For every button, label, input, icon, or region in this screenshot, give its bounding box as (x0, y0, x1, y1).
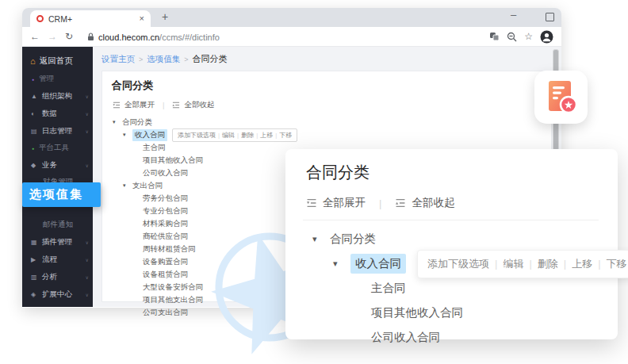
tree-node-label: 主合同 (143, 143, 166, 153)
url-path: /ccms/#/dictinfo (159, 33, 220, 42)
sidebar-item-option-value-set[interactable]: 选项值集 (22, 182, 101, 207)
sidebar-item-label: 流程 (42, 255, 57, 265)
sidebar-item-workflow[interactable]: ▶流程∨ (22, 251, 93, 268)
collapse-all-icon (395, 198, 406, 208)
breadcrumb-link[interactable]: 选项值集 (147, 54, 180, 65)
tree-node-label: 劳务分包合同 (143, 193, 188, 204)
minimize-button[interactable]: – (511, 9, 516, 21)
action-move-up[interactable]: 上移 (572, 257, 592, 271)
tree-node-contract-category[interactable]: ▾合同分类 (113, 116, 551, 128)
option-set-badge (534, 71, 588, 124)
tree-node-label: 项目其他支出合同 (143, 295, 203, 305)
tree-node-contract-category[interactable]: ▾合同分类 (306, 227, 618, 251)
action-delete[interactable]: 删除 (538, 257, 558, 271)
tab-groups-icon[interactable] (489, 32, 500, 41)
action-add-sub-option[interactable]: 添加下级选项 (427, 257, 489, 271)
breadcrumb-separator: > (139, 56, 143, 63)
breadcrumb-link[interactable]: 设置主页 (101, 54, 135, 65)
forward-button[interactable]: → (48, 32, 57, 41)
close-tab-icon[interactable]: × (140, 14, 144, 23)
page-title: 合同分类 (102, 71, 551, 93)
bookmark-star-icon[interactable]: ☆ (524, 32, 533, 41)
action-separator: | (529, 258, 531, 270)
collapse-all-icon (172, 102, 180, 109)
divider (303, 220, 599, 220)
tree-node-label: 主合同 (371, 281, 406, 296)
data-icon: ◐ (31, 110, 38, 117)
sidebar-item-label: 管理 (39, 74, 54, 84)
tree-node-income-contract[interactable]: ▾收入合同添加下级选项|编辑|删除|上移|下移 (113, 128, 551, 141)
chevron-down-icon: ∨ (86, 111, 89, 117)
action-separator: | (275, 132, 277, 139)
action-separator: | (237, 132, 239, 139)
refresh-button[interactable]: ↻ (65, 32, 73, 41)
action-edit[interactable]: 编辑 (503, 257, 523, 271)
caret-down-icon[interactable]: ▾ (312, 234, 330, 244)
sidebar-item-data[interactable]: ◐数据∨ (22, 105, 93, 122)
tree-node-income-contract[interactable]: ▾收入合同添加下级选项|编辑|删除|上移|下移 (306, 251, 618, 276)
action-move-up[interactable]: 上移 (260, 131, 273, 140)
tree-node-label: 商砼供应合同 (143, 232, 188, 242)
caret-down-icon[interactable]: ▾ (123, 182, 132, 189)
new-tab-button[interactable]: + (162, 10, 168, 23)
expand-all-button[interactable]: 全部展开 (124, 100, 155, 110)
tree-node-label: 公司收入合同 (371, 330, 440, 345)
magnified-panel: 合同分类 全部展开 | 全部收起 ▾合同分类▾收入合同添加下级选项|编辑|删除|… (285, 149, 618, 339)
action-separator: | (256, 132, 258, 139)
action-edit[interactable]: 编辑 (222, 131, 235, 140)
collapse-all-button[interactable]: 全部收起 (412, 196, 454, 210)
action-delete[interactable]: 删除 (241, 131, 254, 140)
tree-node-label: 收入合同 (350, 254, 406, 274)
tree-node-main-contract[interactable]: 主合同 (306, 276, 618, 301)
sidebar-item-business[interactable]: ◆业务∨ (22, 156, 93, 174)
caret-down-icon[interactable]: ▾ (123, 132, 132, 138)
back-button[interactable]: ← (30, 32, 40, 41)
maximize-button[interactable] (546, 13, 554, 21)
node-actions-toolbar: 添加下级选项|编辑|删除|上移|下移 (172, 128, 297, 142)
sidebar-item-mail-notification[interactable]: 邮件通知 (22, 216, 93, 233)
sidebar-item-log-management[interactable]: ▤日志管理∨ (22, 122, 93, 140)
tree-node-project-other-income-contract[interactable]: 项目其他收入合同 (306, 301, 618, 325)
tools-separator: | (379, 197, 381, 209)
address-field[interactable]: cloud.hecom.cn/ccms/#/dictinfo (87, 29, 220, 44)
tree-node-label: 合同分类 (122, 117, 152, 128)
sidebar-item-label: 扩展中心 (42, 289, 72, 300)
sidebar-item-extension-center[interactable]: ◈扩展中心∨ (22, 285, 93, 303)
chevron-down-icon: ∨ (86, 239, 89, 245)
chevron-down-icon: ∨ (86, 274, 89, 280)
sidebar-item-label: 业务 (42, 160, 57, 171)
sidebar-item-plugin-management[interactable]: ▦插件管理∨ (22, 233, 93, 251)
sidebar-item-label: 组织架构 (42, 91, 72, 102)
sidebar-item-label: 分析 (42, 272, 57, 282)
sidebar-item-org-structure[interactable]: ▲组织架构∨ (22, 87, 93, 105)
action-move-down[interactable]: 下移 (607, 257, 627, 271)
tree-node-label: 收入合同 (132, 129, 167, 141)
collapse-all-button[interactable]: 全部收起 (184, 100, 214, 110)
sidebar-item-label: 数据 (42, 109, 57, 119)
overlay-category-tree: ▾合同分类▾收入合同添加下级选项|编辑|删除|上移|下移主合同项目其他收入合同公… (306, 227, 618, 350)
sidebar-item-back-to-home[interactable]: ⌂返回首页 (22, 52, 93, 71)
caret-down-icon[interactable]: ▾ (333, 259, 350, 269)
action-add-sub-option[interactable]: 添加下级选项 (178, 131, 216, 140)
browser-tab[interactable]: CRM+ × (30, 10, 151, 27)
expand-all-icon (306, 198, 317, 208)
profile-avatar[interactable] (540, 30, 553, 44)
sidebar-item-analysis[interactable]: ▥分析∨ (22, 268, 93, 285)
extension-center-icon: ◈ (31, 291, 38, 298)
zoom-out-icon[interactable] (507, 32, 517, 42)
sidebar-item-platform-tools: ●平台工具 (22, 140, 93, 156)
screenshot-canvas: CRM+ × + – ← → ↻ cloud.hecom.cn/ccms/#/d… (0, 0, 628, 364)
plugin-management-icon: ▦ (31, 239, 38, 246)
tab-title: CRM+ (48, 14, 140, 24)
org-structure-icon: ▲ (31, 93, 38, 100)
caret-down-icon[interactable]: ▾ (113, 119, 122, 125)
dot-icon: ● (32, 77, 34, 82)
sidebar-item-label: 邮件通知 (43, 220, 73, 230)
action-move-down[interactable]: 下移 (279, 131, 292, 140)
url-domain: cloud.hecom.cn (98, 33, 159, 42)
expand-all-button[interactable]: 全部展开 (323, 196, 366, 210)
tree-node-label: 项目其他收入合同 (371, 305, 463, 320)
tree-node-company-income-contract[interactable]: 公司收入合同 (306, 325, 618, 350)
tree-node-label: 专业分包合同 (143, 206, 188, 216)
tree-node-label: 材料采购合同 (143, 219, 188, 229)
